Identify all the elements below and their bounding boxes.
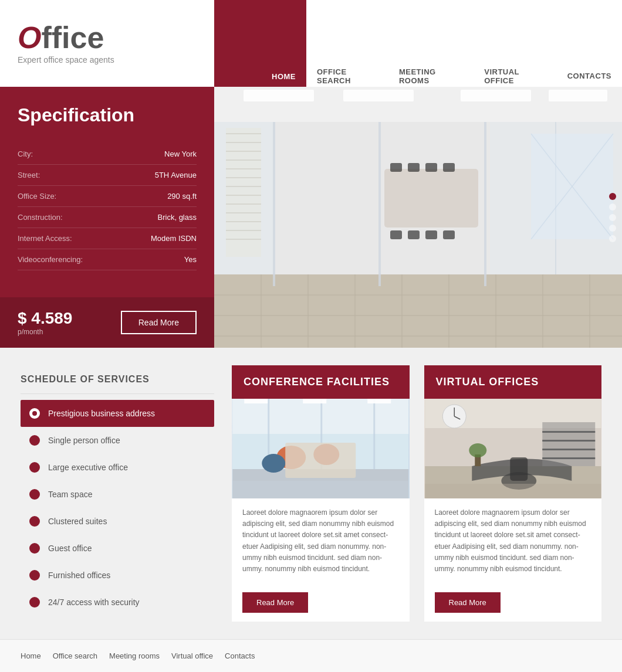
spec-label-city: City: xyxy=(18,150,33,158)
service-item-5[interactable]: Guest office xyxy=(21,535,214,562)
service-dot-4 xyxy=(29,516,40,527)
sidebar: SCHEDULE OF SERVICES Prestigious busines… xyxy=(21,365,214,622)
svg-rect-5 xyxy=(214,274,622,348)
service-item-0[interactable]: Prestigious business address xyxy=(21,400,214,427)
main-content: SCHEDULE OF SERVICES Prestigious busines… xyxy=(0,348,622,639)
spec-read-more-button[interactable]: Read More xyxy=(121,311,197,334)
slider-dot-3[interactable] xyxy=(609,214,616,221)
slider-dot-2[interactable] xyxy=(609,203,616,211)
footer-link-contacts[interactable]: Contacts xyxy=(225,651,255,660)
nav-accent-block xyxy=(214,0,261,87)
svg-rect-37 xyxy=(390,163,402,172)
svg-rect-71 xyxy=(542,431,595,433)
service-item-1[interactable]: Single person office xyxy=(21,427,214,454)
card-conference-title: CONFERENCE FACILITIES xyxy=(244,376,398,388)
service-item-4[interactable]: Clustered suites xyxy=(21,508,214,535)
dot-inner-0 xyxy=(32,411,37,416)
spec-value-video: Yes xyxy=(184,255,197,264)
nav-meeting-rooms[interactable]: MEETING ROOMS xyxy=(388,63,474,87)
slider-dot-1[interactable] xyxy=(609,193,616,200)
spec-price-period: p/month xyxy=(18,328,72,336)
main-nav: HOME OFFICE SEARCH MEETING ROOMS VIRTUAL… xyxy=(261,0,622,87)
card-virtual-header: VIRTUAL OFFICES xyxy=(424,365,602,399)
service-item-2[interactable]: Large executive office xyxy=(21,454,214,481)
dot-inner-6 xyxy=(32,573,37,578)
spec-row-construction: Construction: Brick, glass xyxy=(18,207,197,228)
hero-section: Specification City: New York Street: 5TH… xyxy=(0,87,622,348)
service-dot-3 xyxy=(29,489,40,500)
svg-rect-61 xyxy=(303,399,326,403)
nav-office-search[interactable]: OFFICE SEARCH xyxy=(306,63,388,87)
service-label-7: 24/7 access with security xyxy=(48,598,140,607)
spec-label-size: Office Size: xyxy=(18,192,56,201)
spec-row-city: City: New York xyxy=(18,144,197,165)
card-conference-text: Laoreet dolore magnaorem ipsum dolor ser… xyxy=(242,507,399,575)
dot-inner-3 xyxy=(32,492,37,497)
spec-label-street: Street: xyxy=(18,171,40,179)
svg-rect-40 xyxy=(443,163,455,172)
logo-area: Office Expert office space agents xyxy=(0,0,214,87)
service-item-3[interactable]: Team space xyxy=(21,481,214,508)
slider-dots xyxy=(609,193,616,242)
logo-title: Office xyxy=(18,22,197,53)
slider-dot-5[interactable] xyxy=(609,235,616,242)
header: Office Expert office space agents HOME O… xyxy=(0,0,622,87)
svg-rect-60 xyxy=(244,399,268,403)
service-dot-0 xyxy=(29,408,40,419)
service-dot-7 xyxy=(29,597,40,607)
logo-subtitle: Expert office space agents xyxy=(18,55,197,65)
slider-dot-4[interactable] xyxy=(609,225,616,232)
svg-rect-63 xyxy=(232,481,408,498)
svg-point-78 xyxy=(469,443,486,457)
card-conference-header: CONFERENCE FACILITIES xyxy=(232,365,410,399)
price-symbol: $ xyxy=(18,309,27,327)
svg-rect-73 xyxy=(542,449,595,450)
svg-rect-22 xyxy=(226,128,261,257)
card-virtual-footer: Read More xyxy=(424,583,602,622)
svg-rect-43 xyxy=(425,230,437,239)
svg-point-58 xyxy=(262,454,285,473)
spec-value-street: 5TH Avenue xyxy=(155,171,197,179)
card-conference-image xyxy=(232,399,410,498)
conf-illustration xyxy=(232,399,410,498)
hero-office-illustration xyxy=(214,87,622,348)
svg-rect-3 xyxy=(461,90,531,101)
footer-link-virtual-office[interactable]: Virtual office xyxy=(171,651,213,660)
svg-rect-1 xyxy=(244,90,314,101)
card-virtual-read-more[interactable]: Read More xyxy=(435,592,501,613)
service-dot-5 xyxy=(29,543,40,554)
hero-image xyxy=(214,87,622,348)
service-label-4: Clustered suites xyxy=(48,517,107,526)
schedule-title: SCHEDULE OF SERVICES xyxy=(21,365,214,394)
svg-rect-4 xyxy=(549,90,607,101)
svg-rect-18 xyxy=(273,122,275,286)
card-virtual: VIRTUAL OFFICES xyxy=(424,365,602,622)
footer-link-meeting-rooms[interactable]: Meeting rooms xyxy=(109,651,160,660)
service-item-6[interactable]: Furnished offices xyxy=(21,562,214,589)
spec-value-construction: Brick, glass xyxy=(158,213,197,222)
spec-row-video: Videoconferencing: Yes xyxy=(18,249,197,270)
svg-rect-76 xyxy=(510,457,528,481)
svg-rect-19 xyxy=(378,122,381,286)
card-conference-read-more[interactable]: Read More xyxy=(242,592,308,613)
nav-contacts[interactable]: CONTACTS xyxy=(557,63,622,87)
footer-link-office-search[interactable]: Office search xyxy=(53,651,97,660)
footer-link-home[interactable]: Home xyxy=(21,651,41,660)
dot-inner-5 xyxy=(32,546,37,551)
svg-rect-74 xyxy=(542,457,595,459)
nav-home[interactable]: HOME xyxy=(261,0,306,87)
spec-price: $ 4.589 p/month xyxy=(18,309,72,336)
spec-value-internet: Modem ISDN xyxy=(151,234,197,243)
card-virtual-title: VIRTUAL OFFICES xyxy=(436,376,590,388)
spec-row-internet: Internet Access: Modem ISDN xyxy=(18,228,197,249)
dot-inner-1 xyxy=(32,438,37,443)
svg-rect-39 xyxy=(425,163,437,172)
service-item-7[interactable]: 24/7 access with security xyxy=(21,589,214,616)
card-conference: CONFERENCE FACILITIES xyxy=(232,365,410,622)
nav-virtual-office[interactable]: VIRTUAL OFFICE xyxy=(474,63,557,87)
spec-panel: Specification City: New York Street: 5TH… xyxy=(0,87,214,348)
card-conference-body: Laoreet dolore magnaorem ipsum dolor ser… xyxy=(232,498,410,583)
svg-rect-41 xyxy=(390,230,402,239)
svg-rect-59 xyxy=(285,443,356,478)
service-label-0: Prestigious business address xyxy=(48,409,155,418)
